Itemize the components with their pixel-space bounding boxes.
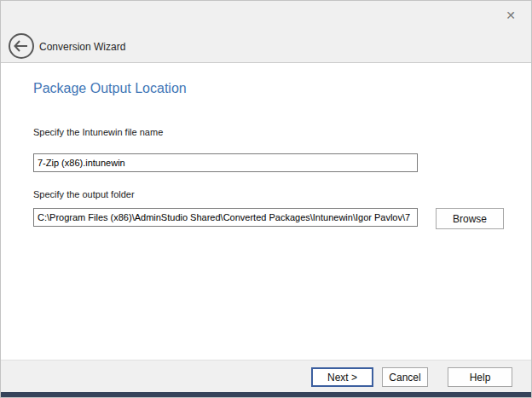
conversion-wizard-window: ✕ Conversion Wizard Package Output Locat… xyxy=(0,0,532,398)
browse-button[interactable]: Browse xyxy=(436,208,504,229)
wizard-footer: Next > Cancel Help xyxy=(1,360,531,394)
window-bottom-edge xyxy=(1,392,531,397)
output-folder-input[interactable] xyxy=(33,208,418,227)
help-button[interactable]: Help xyxy=(448,367,512,387)
wizard-header: ✕ Conversion Wizard xyxy=(1,1,531,63)
back-button[interactable] xyxy=(8,32,35,60)
page-title: Package Output Location xyxy=(33,81,187,96)
wizard-title: Conversion Wizard xyxy=(39,41,125,53)
output-folder-label: Specify the output folder xyxy=(33,189,135,199)
close-icon[interactable]: ✕ xyxy=(502,7,519,24)
cancel-button[interactable]: Cancel xyxy=(382,367,428,387)
next-button[interactable]: Next > xyxy=(311,367,373,387)
file-name-input[interactable] xyxy=(33,153,418,172)
back-arrow-icon xyxy=(8,49,35,62)
file-name-label: Specify the Intunewin file name xyxy=(33,127,163,137)
